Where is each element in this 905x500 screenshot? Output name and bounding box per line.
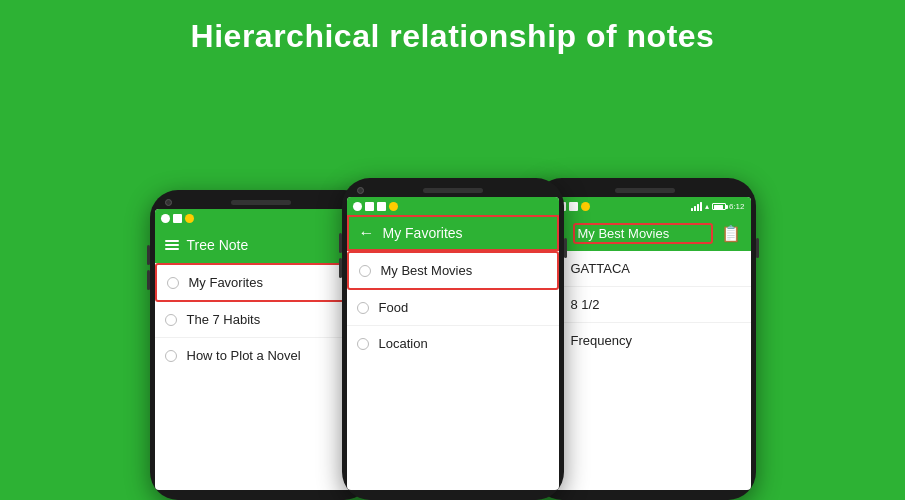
app-bar-2: ← My Favorites: [347, 215, 559, 251]
phones-row: Tree Note My Favorites The 7 Habits How …: [0, 69, 905, 500]
camera-dot: [165, 199, 172, 206]
phone-top-bar: [539, 184, 751, 197]
app-bar-title-3: My Best Movies: [578, 226, 708, 241]
item-label: The 7 Habits: [187, 312, 261, 327]
item-label: My Favorites: [189, 275, 263, 290]
list-item-8half[interactable]: 8 1/2: [539, 287, 751, 323]
gear-icon: [161, 214, 170, 223]
status-bar-2: [347, 197, 559, 215]
item-label: My Best Movies: [381, 263, 473, 278]
phone-3-screen: ▴ 6:12 ← My Best Movies 📋 GATTACA: [539, 197, 751, 490]
phone-top-bar: [347, 184, 559, 197]
circle-icon: [185, 214, 194, 223]
app-bar-3: ← My Best Movies 📋: [539, 215, 751, 251]
list-item-frequency[interactable]: Frequency: [539, 323, 751, 358]
side-button-right: [564, 238, 567, 258]
speaker-bar: [423, 188, 483, 193]
item-circle: [359, 265, 371, 277]
hamburger-line-3: [165, 248, 179, 250]
side-button-left2: [339, 258, 342, 278]
square-icon: [365, 202, 374, 211]
list-3: GATTACA 8 1/2 Frequency: [539, 251, 751, 490]
phone-2-screen: ← My Favorites My Best Movies Food Locat…: [347, 197, 559, 490]
clipboard-icon[interactable]: 📋: [721, 224, 741, 243]
battery-icon-status: [173, 214, 182, 223]
status-icons-left: [161, 214, 194, 223]
wifi-icon: ▴: [705, 202, 709, 211]
time-display: 6:12: [729, 202, 745, 211]
item-circle: [165, 350, 177, 362]
circle-icon: [389, 202, 398, 211]
list-item-best-movies[interactable]: My Best Movies: [347, 251, 559, 290]
speaker-bar: [615, 188, 675, 193]
item-circle: [165, 314, 177, 326]
status-icons-left: [353, 202, 398, 211]
side-button-left1: [339, 233, 342, 253]
list-item-gattaca[interactable]: GATTACA: [539, 251, 751, 287]
item-circle: [357, 338, 369, 350]
hamburger-line-1: [165, 240, 179, 242]
list-item-food[interactable]: Food: [347, 290, 559, 326]
speaker-bar: [231, 200, 291, 205]
signal-icon: [691, 202, 702, 211]
status-bar-1: [155, 209, 367, 227]
gear-icon: [353, 202, 362, 211]
battery-status: [712, 203, 726, 210]
list-item-my-favorites[interactable]: My Favorites: [155, 263, 367, 302]
phone-3: ▴ 6:12 ← My Best Movies 📋 GATTACA: [534, 178, 756, 500]
list-item-location[interactable]: Location: [347, 326, 559, 361]
app-bar-1: Tree Note: [155, 227, 367, 263]
hamburger-icon[interactable]: [165, 240, 179, 250]
battery-icon-status: [377, 202, 386, 211]
list-2: My Best Movies Food Location: [347, 251, 559, 490]
back-arrow-icon[interactable]: ←: [359, 225, 375, 241]
list-1: My Favorites The 7 Habits How to Plot a …: [155, 263, 367, 490]
item-label: Location: [379, 336, 428, 351]
app-bar-title-1: Tree Note: [187, 237, 357, 253]
headline: Hierarchical relationship of notes: [171, 0, 735, 69]
phone-2: ← My Favorites My Best Movies Food Locat…: [342, 178, 564, 500]
battery-icon-status: [569, 202, 578, 211]
status-right-3: ▴ 6:12: [691, 202, 745, 211]
item-label: Food: [379, 300, 409, 315]
phone-1-screen: Tree Note My Favorites The 7 Habits How …: [155, 209, 367, 490]
camera-dot: [357, 187, 364, 194]
status-bar-3: ▴ 6:12: [539, 197, 751, 215]
item-circle: [167, 277, 179, 289]
side-button-left1: [147, 245, 150, 265]
side-button-left2: [147, 270, 150, 290]
item-label: Frequency: [571, 333, 632, 348]
phone-top-bar: [155, 196, 367, 209]
hamburger-line-2: [165, 244, 179, 246]
item-label: GATTACA: [571, 261, 630, 276]
app-bar-title-2: My Favorites: [383, 225, 547, 241]
list-item-novel[interactable]: How to Plot a Novel: [155, 338, 367, 373]
item-label: 8 1/2: [571, 297, 600, 312]
item-circle: [357, 302, 369, 314]
side-button-right: [756, 238, 759, 258]
list-item-7habits[interactable]: The 7 Habits: [155, 302, 367, 338]
circle-icon: [581, 202, 590, 211]
item-label: How to Plot a Novel: [187, 348, 301, 363]
